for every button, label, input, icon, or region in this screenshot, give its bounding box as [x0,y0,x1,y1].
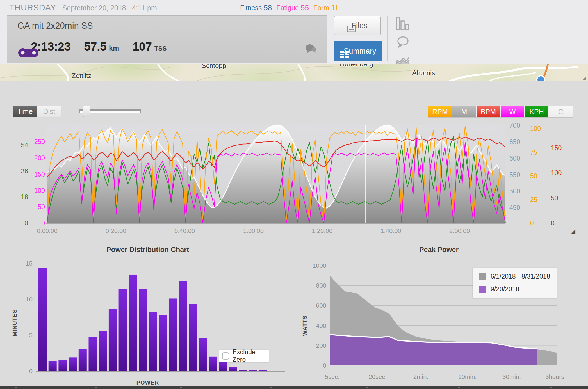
metric-form: Form11 [313,3,339,12]
svg-text:5sec.: 5sec. [325,373,340,380]
svg-text:54: 54 [21,141,28,149]
svg-text:30min.: 30min. [502,373,521,380]
graph-resize-grip[interactable]: ◢ [571,228,575,235]
workout-title: GA mit 2x20min SS [17,21,93,31]
svg-text:1000: 1000 [313,262,326,269]
dock-item [15,387,17,388]
svg-text:50: 50 [38,203,45,210]
dock-item [95,387,97,388]
speech-bubble-icon[interactable] [395,35,410,49]
peak-power-chart: 020040060080010005sec.20sec.2min.10min.3… [295,244,588,386]
dock-item [550,387,552,388]
top-divider [387,16,388,61]
svg-text:200: 200 [316,342,326,349]
channel-button-c[interactable]: C [549,106,573,117]
svg-text:0: 0 [24,219,28,227]
svg-text:0: 0 [29,368,33,375]
channel-button-m[interactable]: M [452,106,476,117]
svg-text:1:20:00: 1:20:00 [312,227,332,234]
dist-toggle-button[interactable]: Dist [37,106,61,117]
svg-text:100: 100 [551,169,562,177]
legend-swatch [479,286,486,293]
side-icon-column [395,16,411,68]
svg-text:20sec.: 20sec. [368,373,387,380]
day-name: THURSDAY [9,3,56,12]
metric-label: Fitness [240,4,262,12]
tss-unit: TSS [154,45,167,52]
svg-text:50: 50 [551,194,558,202]
files-button[interactable]: Files [334,16,381,35]
dock-item [270,387,272,388]
svg-text:36: 36 [21,168,28,175]
map-place-label: Hohenberg [340,64,373,68]
svg-text:400: 400 [316,322,326,329]
svg-text:550: 550 [509,171,520,179]
distance-value: 57.5 [84,40,106,53]
svg-text:2min.: 2min. [413,373,429,380]
svg-text:1:00:00: 1:00:00 [243,227,264,234]
channel-button-w[interactable]: W [501,106,524,117]
dock-item [366,387,368,388]
metric-fatigue: Fatigue55 [276,3,309,12]
zoom-slider[interactable] [79,109,141,113]
distance-stat: 57.5 km [84,40,119,53]
svg-text:2:00:00: 2:00:00 [449,227,470,234]
top-header-zone: THURSDAY September 20, 2018 4:11 pm Fitn… [0,0,588,64]
svg-text:0:00:00: 0:00:00 [37,227,57,234]
map-place-label: Zettlitz [72,72,92,80]
map-place-label: Ahornis [412,69,435,77]
legend-swatch [479,273,486,280]
map-resize-grip[interactable]: ◢ [582,75,586,81]
svg-text:10: 10 [26,296,33,303]
metric-label: Form [313,4,329,12]
svg-text:75: 75 [530,149,537,156]
svg-text:700: 700 [509,122,520,129]
svg-text:150: 150 [34,171,45,178]
svg-text:600: 600 [316,302,326,309]
metric-value: 58 [264,3,272,12]
svg-text:15: 15 [26,260,33,267]
workout-stats: 2:13:23 57.5 km 107 TSS [17,40,167,53]
route-map[interactable]: ◢ ZettlitzSchtoppHohenbergAhornis [0,64,588,81]
svg-text:100: 100 [530,125,541,132]
svg-text:800: 800 [316,282,326,289]
svg-text:600: 600 [509,155,520,162]
comments-icon[interactable] [305,44,317,54]
svg-text:18: 18 [21,193,28,201]
legend-item: 6/1/2018 - 8/31/2018 [479,273,557,280]
svg-text:10min.: 10min. [458,373,477,380]
svg-text:3hours: 3hours [545,373,564,380]
metric-value: 11 [331,3,339,12]
svg-text:50: 50 [530,172,537,180]
exclude-zero-panel: Exclude Zero [219,350,269,362]
pdc-y-axis-title: MINUTES [12,309,18,337]
summary-button[interactable]: Summary [334,41,382,61]
bar-chart-icon[interactable] [395,16,410,31]
svg-text:650: 650 [509,138,520,146]
bottom-dock[interactable] [0,386,588,389]
date-text: September 20, 2018 [62,4,126,12]
tss-stat: 107 TSS [133,40,167,53]
metric-label: Fatigue [276,4,299,12]
legend-label: 9/20/2018 [491,285,519,293]
power-distribution-chart: 051015 [0,244,292,386]
svg-text:250: 250 [34,138,45,145]
channel-button-bpm[interactable]: BPM [477,106,500,117]
workout-card[interactable]: GA mit 2x20min SS 2:13:23 57.5 km 107 [7,15,327,63]
legend-item: 9/20/2018 [479,285,557,293]
svg-text:0: 0 [551,219,555,227]
dock-item [458,387,460,388]
legend-label: 6/1/2018 - 8/31/2018 [491,273,550,280]
svg-text:25: 25 [530,196,537,203]
workout-graph[interactable]: 0183654050100150200250450500550600650700… [0,121,588,239]
time-toggle-button[interactable]: Time [13,106,37,117]
metric-fitness: Fitness58 [240,3,272,12]
channel-button-kph[interactable]: KPH [525,106,548,117]
exclude-zero-label: Exclude Zero [233,348,269,363]
peak-power-legend: 6/1/2018 - 8/31/20189/20/2018 [473,268,557,298]
svg-text:0:40:00: 0:40:00 [174,227,195,234]
channel-button-rpm[interactable]: RPM [428,106,452,117]
svg-text:0: 0 [41,219,45,227]
exclude-zero-checkbox[interactable] [222,352,229,360]
zoom-slider-handle[interactable] [83,106,90,117]
